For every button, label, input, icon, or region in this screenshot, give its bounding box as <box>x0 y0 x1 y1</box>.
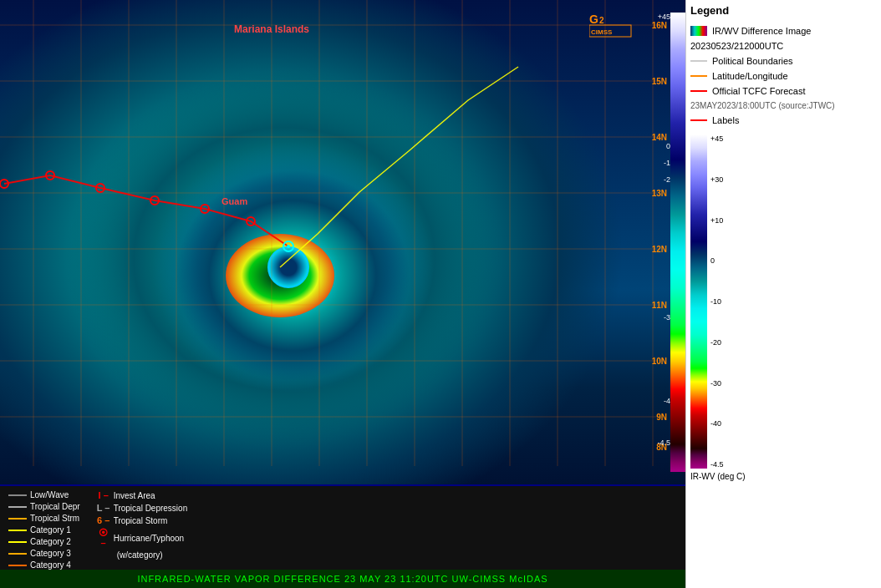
legend-dash-labels <box>690 119 707 121</box>
legend-label-datetime: 20230523/212000UTC <box>690 41 783 51</box>
cb-m40: -40 <box>710 419 724 428</box>
legend-line-low <box>8 494 27 496</box>
legend-item-datetime: 20230523/212000UTC <box>690 41 877 51</box>
cb-45: +45 <box>710 134 724 143</box>
legend-line-cat2 <box>8 541 27 543</box>
legend-label-cat2: Category 2 <box>30 537 71 546</box>
cb-m30: -30 <box>710 379 724 388</box>
legend-item-irwv: IR/WV Difference Image <box>690 26 877 36</box>
legend-label-tcfc: Official TCFC Forecast <box>712 86 805 96</box>
mariana-islands-label: Mariana Islands <box>234 23 309 35</box>
legend-colorbar-strip <box>690 26 707 36</box>
legend-label-jtwc: 23MAY2023/18:00UTC (source:JTWC) <box>690 101 835 110</box>
svg-text:2: 2 <box>599 16 604 25</box>
legend-dash-latlon <box>690 75 707 77</box>
colorbar <box>670 13 685 472</box>
svg-text:G: G <box>589 13 598 26</box>
legend-label-td: Tropical Depr <box>30 502 80 511</box>
legend-label-cat1: Category 1 <box>30 525 71 535</box>
legend-row-td: Tropical Depr <box>8 502 80 511</box>
svg-point-29 <box>287 245 290 248</box>
cb-m10: -10 <box>710 297 724 306</box>
legend-line-cat4 <box>8 565 27 566</box>
cb-label-m3: -3 <box>664 313 670 322</box>
cb-0: 0 <box>710 256 724 265</box>
legend-label-cat3: Category 3 <box>30 549 71 558</box>
legend-label-storm: Tropical Storm <box>114 516 168 525</box>
track-type-legend: Low/Wave Tropical Depr Tropical Strm Cat… <box>8 490 80 565</box>
legend-item-latlon: Latitude/Longitude <box>690 71 877 81</box>
cb-m45: -4.5 <box>710 460 724 469</box>
legend-title: Legend <box>690 4 877 19</box>
status-bar: INFRARED-WATER VAPOR DIFFERENCE 23 MAY 2… <box>0 570 685 588</box>
legend-row-hurricane: ⦿ – Hurricane/Typhoon <box>97 528 188 548</box>
cb-label-0: 0 <box>666 142 670 150</box>
legend-label-ts: Tropical Strm <box>30 514 79 523</box>
right-panel: Legend IR/WV Difference Image 20230523/2… <box>685 0 881 588</box>
status-text: INFRARED-WATER VAPOR DIFFERENCE 23 MAY 2… <box>137 574 547 584</box>
symbol-legend: I – Invest Area L – Tropical Depression … <box>97 490 188 565</box>
cb-label-m4: -4 <box>664 397 670 405</box>
legend-row-cat4: Category 4 <box>8 560 80 570</box>
legend-label-hurricane: Hurricane/Typhoon <box>114 534 185 543</box>
guam-label: Guam <box>222 196 247 206</box>
legend-line-ts <box>8 518 27 520</box>
legend-label-wcategory: (w/category) <box>117 550 163 560</box>
legend-label-invest: Invest Area <box>114 491 155 500</box>
cb-label-m1: -1 <box>664 159 670 167</box>
cb-label-m2: -2 <box>664 175 670 184</box>
cb-10: +10 <box>710 216 724 225</box>
legend-row-invest: I – Invest Area <box>97 490 188 500</box>
symbol-hurricane: ⦿ – <box>97 528 110 548</box>
legend-dash-political <box>690 60 707 62</box>
symbol-storm: 6 – <box>97 515 110 525</box>
legend-row-dep: L – Tropical Depression <box>97 503 188 513</box>
legend-line-td <box>8 506 27 508</box>
symbol-dep: L – <box>97 503 110 513</box>
legend-colorbar-labels: +45 +30 +10 0 -10 -20 -30 -40 -4.5 <box>707 134 724 469</box>
colorbar-unit: IR-WV (deg C) <box>690 472 877 481</box>
legend-row-cat3: Category 3 <box>8 549 80 558</box>
cb-m20: -20 <box>710 338 724 347</box>
logo-area: G 2 CIMSS <box>589 7 639 43</box>
legend-colorbar <box>690 134 707 469</box>
cb-30: +30 <box>710 175 724 184</box>
legend-row-cat1: Category 1 <box>8 525 80 535</box>
legend-label-dep: Tropical Depression <box>114 504 188 513</box>
symbol-invest: I – <box>97 490 110 500</box>
legend-label-labels: Labels <box>712 115 739 125</box>
legend-row-low: Low/Wave <box>8 490 80 499</box>
grid-lines <box>0 0 685 484</box>
main-container: Mariana Islands Guam 16N 15N 14N 13N 12N… <box>0 0 881 588</box>
legend-label-cat4: Category 4 <box>30 560 71 570</box>
legend-item-tcfc: Official TCFC Forecast <box>690 86 877 96</box>
cb-label-45: +45 <box>658 13 670 21</box>
legend-line-cat1 <box>8 530 27 531</box>
legend-label-low: Low/Wave <box>30 490 69 499</box>
svg-text:CIMSS: CIMSS <box>591 28 613 36</box>
legend-item-jtwc: 23MAY2023/18:00UTC (source:JTWC) <box>690 101 877 110</box>
legend-label-political: Political Boundaries <box>712 56 793 66</box>
colorbar-labels: +45 0 -1 -2 -3 -4 -4.5 <box>641 13 670 472</box>
legend-item-labels: Labels <box>690 115 877 125</box>
legend-label-irwv: IR/WV Difference Image <box>712 26 811 36</box>
legend-dash-tcfc <box>690 90 707 92</box>
bottom-legend-strip: Low/Wave Tropical Depr Tropical Strm Cat… <box>0 486 685 570</box>
legend-row-storm: 6 – Tropical Storm <box>97 515 188 525</box>
legend-row-ts: Tropical Strm <box>8 514 80 523</box>
legend-row-wcategory: (w/category) <box>97 550 188 560</box>
map-area: Mariana Islands Guam 16N 15N 14N 13N 12N… <box>0 0 685 588</box>
legend-row-cat2: Category 2 <box>8 537 80 546</box>
legend-line-cat3 <box>8 553 27 555</box>
cb-label-m45: -4.5 <box>657 438 670 447</box>
legend-label-latlon: Latitude/Longitude <box>712 71 788 81</box>
legend-colorbar-section: +45 +30 +10 0 -10 -20 -30 -40 -4.5 <box>690 134 877 469</box>
legend-item-political: Political Boundaries <box>690 56 877 66</box>
